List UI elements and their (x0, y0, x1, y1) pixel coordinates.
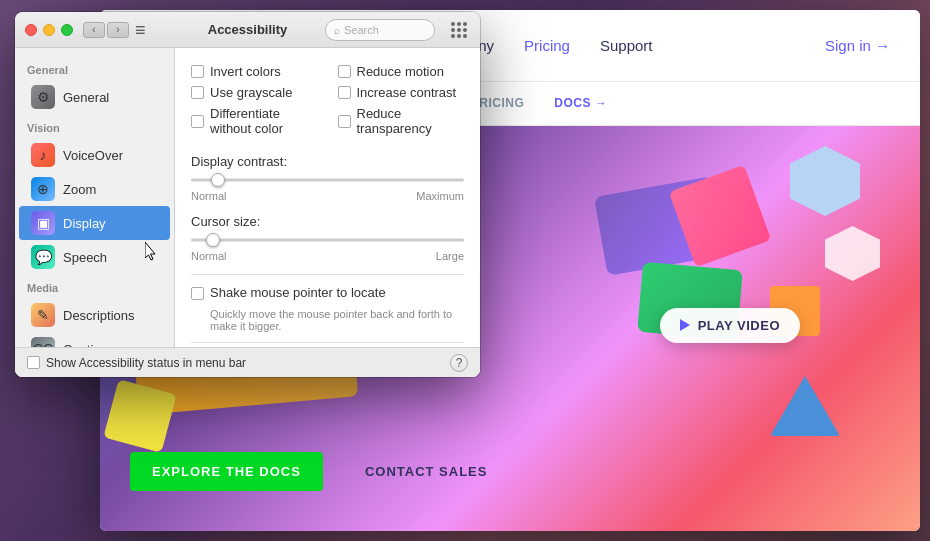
sidebar-item-speech[interactable]: 💬 Speech (19, 240, 170, 274)
main-panel: Invert colors Use grayscale Differentiat… (175, 48, 480, 377)
sidebar-item-voiceover[interactable]: ♪ VoiceOver (19, 138, 170, 172)
cursor-slider-right: Large (436, 250, 464, 262)
sidebar-item-descriptions[interactable]: ✎ Descriptions (19, 298, 170, 332)
zoom-icon: ⊕ (31, 177, 55, 201)
checkbox-grayscale: Use grayscale (191, 85, 318, 100)
play-icon (680, 319, 690, 331)
sidebar-item-general[interactable]: ⚙ General (19, 80, 170, 114)
reduce-motion-checkbox[interactable] (338, 65, 351, 78)
shake-checkbox[interactable] (191, 287, 204, 300)
nav-pricing[interactable]: Pricing (524, 37, 570, 54)
close-button[interactable] (25, 24, 37, 36)
explore-docs-button[interactable]: EXPLORE THE DOCS (130, 452, 323, 491)
shape-white-hex (825, 226, 880, 281)
section-media-label: Media (15, 274, 174, 298)
play-video-button[interactable]: PLAY VIDEO (660, 308, 800, 343)
search-bar[interactable]: ⌕ Search (325, 19, 435, 41)
shake-row: Shake mouse pointer to locate Quickly mo… (191, 285, 464, 332)
shake-checkbox-row: Shake mouse pointer to locate (191, 285, 464, 302)
checkbox-invert: Invert colors (191, 64, 318, 79)
maximize-button[interactable] (61, 24, 73, 36)
section-vision-label: Vision (15, 114, 174, 138)
sidebar-item-zoom[interactable]: ⊕ Zoom (19, 172, 170, 206)
subnav-docs[interactable]: DOCS → (554, 96, 607, 112)
differentiate-label: Differentiate without color (210, 106, 318, 136)
help-button[interactable]: ? (450, 354, 468, 372)
speech-icon: 💬 (31, 245, 55, 269)
display-icon: ▣ (31, 211, 55, 235)
sidebar-descriptions-label: Descriptions (63, 308, 135, 323)
back-button[interactable]: ‹ (83, 22, 105, 38)
sidebar-display-label: Display (63, 216, 106, 231)
traffic-lights (25, 24, 73, 36)
bottom-bar: Show Accessibility status in menu bar ? (15, 347, 480, 377)
hero-cta: EXPLORE THE DOCS CONTACT SALES (130, 452, 509, 491)
shape-blue-hex (790, 146, 860, 216)
sidebar-speech-label: Speech (63, 250, 107, 265)
search-icon: ⌕ (334, 25, 340, 36)
nav-buttons: ‹ › (83, 22, 129, 38)
show-accessibility-row: Show Accessibility status in menu bar (27, 356, 246, 370)
checkbox-differentiate: Differentiate without color (191, 106, 318, 136)
accessibility-window: ‹ › ≡ Accessibility ⌕ Search General ⚙ G… (15, 12, 480, 377)
checkbox-increase-contrast: Increase contrast (338, 85, 465, 100)
display-contrast-label: Display contrast: (191, 154, 287, 169)
reduce-motion-label: Reduce motion (357, 64, 444, 79)
grayscale-checkbox[interactable] (191, 86, 204, 99)
grid-icon (451, 22, 467, 38)
reduce-transparency-checkbox[interactable] (338, 115, 351, 128)
checkbox-reduce-transparency: Reduce transparency (338, 106, 465, 136)
show-accessibility-checkbox[interactable] (27, 356, 40, 369)
contrast-slider[interactable] (211, 173, 225, 187)
checkboxes-grid: Invert colors Use grayscale Differentiat… (191, 64, 464, 142)
left-checkboxes: Invert colors Use grayscale Differentiat… (191, 64, 318, 142)
invert-label: Invert colors (210, 64, 281, 79)
nav-support[interactable]: Support (600, 37, 653, 54)
section-general-label: General (15, 56, 174, 80)
stripe-nav-right: Sign in → (825, 37, 890, 54)
checkbox-reduce-motion: Reduce motion (338, 64, 465, 79)
differentiate-checkbox[interactable] (191, 115, 204, 128)
descriptions-icon: ✎ (31, 303, 55, 327)
play-video-label: PLAY VIDEO (698, 318, 780, 333)
sidebar: General ⚙ General Vision ♪ VoiceOver ⊕ Z… (15, 48, 175, 377)
sidebar-item-display[interactable]: ▣ Display (19, 206, 170, 240)
invert-checkbox[interactable] (191, 65, 204, 78)
cursor-size-row: Cursor size: Normal Large (191, 214, 464, 262)
search-placeholder: Search (344, 24, 379, 36)
show-accessibility-label: Show Accessibility status in menu bar (46, 356, 246, 370)
sidebar-zoom-label: Zoom (63, 182, 96, 197)
divider2 (191, 342, 464, 343)
general-icon: ⚙ (31, 85, 55, 109)
shake-desc: Quickly move the mouse pointer back and … (191, 308, 464, 332)
display-contrast-row: Display contrast: Normal Maximum (191, 154, 464, 202)
menu-icon[interactable]: ≡ (135, 21, 146, 39)
sidebar-voiceover-label: VoiceOver (63, 148, 123, 163)
forward-button[interactable]: › (107, 22, 129, 38)
increase-contrast-label: Increase contrast (357, 85, 457, 100)
title-bar: ‹ › ≡ Accessibility ⌕ Search (15, 12, 480, 48)
window-title: Accessibility (208, 22, 288, 37)
contrast-slider-right: Maximum (416, 190, 464, 202)
divider (191, 274, 464, 275)
grid-view-button[interactable] (448, 19, 470, 41)
shape-triangle (770, 376, 840, 436)
cursor-size-label: Cursor size: (191, 214, 260, 229)
contrast-slider-left: Normal (191, 190, 226, 202)
cursor-slider[interactable] (206, 233, 220, 247)
sidebar-general-label: General (63, 90, 109, 105)
window-content: General ⚙ General Vision ♪ VoiceOver ⊕ Z… (15, 48, 480, 377)
right-checkboxes: Reduce motion Increase contrast Reduce t… (338, 64, 465, 142)
contact-sales-button[interactable]: CONTACT SALES (343, 452, 510, 491)
minimize-button[interactable] (43, 24, 55, 36)
grayscale-label: Use grayscale (210, 85, 292, 100)
signin-link[interactable]: Sign in → (825, 37, 890, 54)
cursor-slider-left: Normal (191, 250, 226, 262)
reduce-transparency-label: Reduce transparency (357, 106, 465, 136)
shake-title: Shake mouse pointer to locate (210, 285, 386, 300)
increase-contrast-checkbox[interactable] (338, 86, 351, 99)
voiceover-icon: ♪ (31, 143, 55, 167)
